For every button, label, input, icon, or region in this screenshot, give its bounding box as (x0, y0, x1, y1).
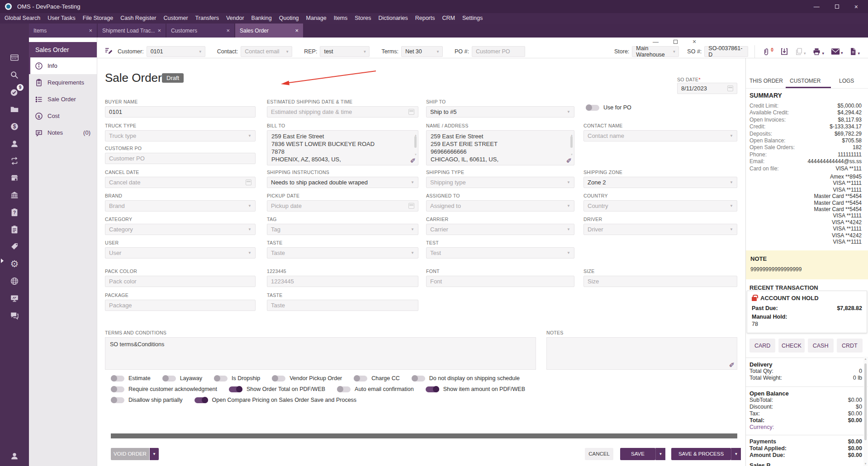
menu-item[interactable]: CRM (439, 13, 459, 24)
order-option-toggle[interactable]: Vendor Pickup Order (272, 375, 342, 381)
cash-register-icon[interactable] (9, 52, 20, 63)
settings-gear-icon[interactable]: ⚙ (9, 259, 20, 269)
horizontal-scrollbar[interactable] (111, 433, 737, 438)
download-button[interactable] (780, 47, 788, 56)
banking-icon[interactable] (9, 190, 20, 201)
menu-item[interactable]: Vendor (223, 13, 248, 24)
order-option-toggle[interactable]: Estimate (111, 375, 151, 381)
document-tab[interactable]: Items × (29, 24, 97, 38)
sidebar-item-cost[interactable]: $ Cost (29, 108, 97, 124)
use-for-po-toggle[interactable]: Use for PO (586, 104, 631, 111)
est-shipping-date-input[interactable]: Estimated shipping date & time (267, 106, 418, 118)
edit-pencil-icon[interactable]: ✎ (566, 156, 572, 164)
web-globe-icon[interactable] (9, 276, 20, 287)
document-tab[interactable]: Shipment Load Trac... × (98, 24, 166, 38)
edit-pencil-icon[interactable]: ✎ (410, 156, 416, 164)
void-order-dropdown[interactable]: ▼ (150, 448, 159, 460)
order-option-toggle[interactable]: Open Compare Pricing on Sales Order Save… (194, 397, 357, 403)
payment-button[interactable]: CHECK (778, 339, 804, 353)
customer-po-input[interactable]: Customer PO (105, 153, 256, 164)
tab-logs[interactable]: LOGS (839, 78, 854, 84)
shipping-instructions-select[interactable]: Needs to ship packed double wraped▼ (267, 177, 418, 188)
sidebar-item-sale-order[interactable]: Sale Order (29, 91, 97, 108)
font-input[interactable]: Font (426, 276, 574, 287)
mdi-restore-button[interactable] (674, 40, 678, 44)
scrollbar-thumb[interactable] (414, 136, 417, 148)
scroll-up-icon[interactable]: ▲ (863, 358, 868, 360)
transfers-icon[interactable] (9, 155, 20, 166)
assigned-to-select[interactable]: Assigned to▼ (426, 200, 574, 212)
po-number-input[interactable]: Customer PO (472, 46, 525, 57)
currency-link[interactable]: Currency: (749, 424, 862, 431)
duplicate-button[interactable]: ▾ (795, 47, 806, 56)
field-1223445-input[interactable]: 1223445 (267, 276, 418, 287)
save-and-process-dropdown[interactable]: ▼ (731, 448, 741, 460)
order-option-toggle[interactable]: Require customer acknowledgment (111, 386, 217, 392)
maximize-button[interactable] (835, 5, 839, 9)
tab-close-icon[interactable]: × (292, 27, 299, 34)
tag-select[interactable]: Tag▼ (267, 224, 418, 235)
customer-icon[interactable] (9, 138, 20, 149)
terms-select[interactable]: Net 30▼ (401, 46, 443, 57)
rep-select[interactable]: test▼ (320, 46, 370, 57)
order-option-toggle[interactable]: Is Dropship (214, 375, 260, 381)
save-dropdown[interactable]: ▼ (655, 448, 665, 460)
search-icon[interactable] (9, 70, 20, 80)
payment-button[interactable]: CRDT (837, 339, 863, 353)
menu-item[interactable]: Manage (303, 13, 330, 24)
store-select[interactable]: Main Warehouse▼ (632, 46, 679, 57)
export-document-button[interactable]: ▾ (849, 47, 860, 56)
menu-item[interactable]: Transfers (192, 13, 223, 24)
scroll-down-icon[interactable]: ▼ (863, 462, 868, 465)
size-input[interactable]: Size (583, 276, 737, 287)
order-option-toggle[interactable]: Disallow ship partially (111, 397, 183, 403)
order-option-toggle[interactable]: Do not display on shipping schedule (412, 375, 520, 381)
carrier-select[interactable]: Carrier▼ (426, 224, 574, 235)
user-tasks-icon[interactable]: 9 (9, 87, 20, 98)
menu-item[interactable]: File Storage (79, 13, 117, 24)
tab-close-icon[interactable]: × (155, 27, 161, 34)
notes-textarea[interactable]: ✎ (546, 337, 737, 370)
driver-select[interactable]: Driver▼ (583, 224, 737, 235)
payment-button[interactable]: CASH (808, 339, 834, 353)
menu-item[interactable]: Quoting (275, 13, 303, 24)
manage-icon[interactable] (9, 224, 20, 235)
menu-item[interactable]: Reports (412, 13, 439, 24)
tab-close-icon[interactable]: × (86, 27, 92, 34)
brand-select[interactable]: Brand▼ (105, 200, 256, 212)
panel-scrollbar[interactable]: ▲ ▼ (863, 357, 868, 466)
edit-pencil-icon[interactable]: ✎ (729, 360, 735, 368)
profile-icon[interactable] (9, 451, 20, 461)
stores-icon[interactable] (9, 173, 20, 184)
mdi-minimize-button[interactable]: — (653, 38, 659, 45)
taste2-input[interactable]: Taste (267, 300, 418, 311)
contact-select[interactable]: Contact email▼ (241, 46, 292, 57)
toggle-track[interactable] (586, 105, 599, 111)
ship-to-name-address[interactable]: 259 East Erie Street 259 EAST ERIE STREE… (426, 130, 574, 165)
menu-item[interactable]: Banking (248, 13, 275, 24)
rail-expander-icon[interactable] (1, 259, 4, 263)
menu-item[interactable]: Cash Register (117, 13, 160, 24)
menu-item[interactable]: Dictionaries (375, 13, 411, 24)
scroll-thumb[interactable] (864, 363, 867, 440)
shipping-zone-select[interactable]: Zone 2▼ (583, 177, 737, 188)
order-option-toggle[interactable]: Show item amount on PDF/WEB (426, 386, 525, 392)
minimize-button[interactable]: — (814, 3, 820, 10)
contact-name-select[interactable]: Contact name▼ (583, 130, 737, 141)
taste-select[interactable]: Taste▼ (267, 247, 418, 259)
document-tab[interactable]: Sales Order × (235, 24, 303, 38)
document-tab[interactable]: Customers × (166, 24, 234, 38)
email-button[interactable]: ▾ (831, 48, 843, 55)
buyer-name-input[interactable]: 0101 (105, 106, 256, 118)
order-option-toggle[interactable]: Show Order Total on PDF/WEB (229, 386, 325, 392)
package-input[interactable]: Package (105, 300, 256, 311)
menu-item[interactable]: Items (330, 13, 351, 24)
print-button[interactable]: ▾ (812, 47, 824, 56)
bill-to-address[interactable]: 259 East Erie Street 7836 WEST LOWER BUC… (267, 130, 418, 165)
tab-this-order[interactable]: THIS ORDER (749, 78, 783, 84)
test-select[interactable]: Test▼ (426, 247, 574, 259)
payment-button[interactable]: CARD (749, 339, 775, 353)
user-select[interactable]: User▼ (105, 247, 256, 259)
so-date-input[interactable]: 8/11/2023 (677, 83, 737, 94)
tab-close-icon[interactable]: × (223, 27, 230, 34)
